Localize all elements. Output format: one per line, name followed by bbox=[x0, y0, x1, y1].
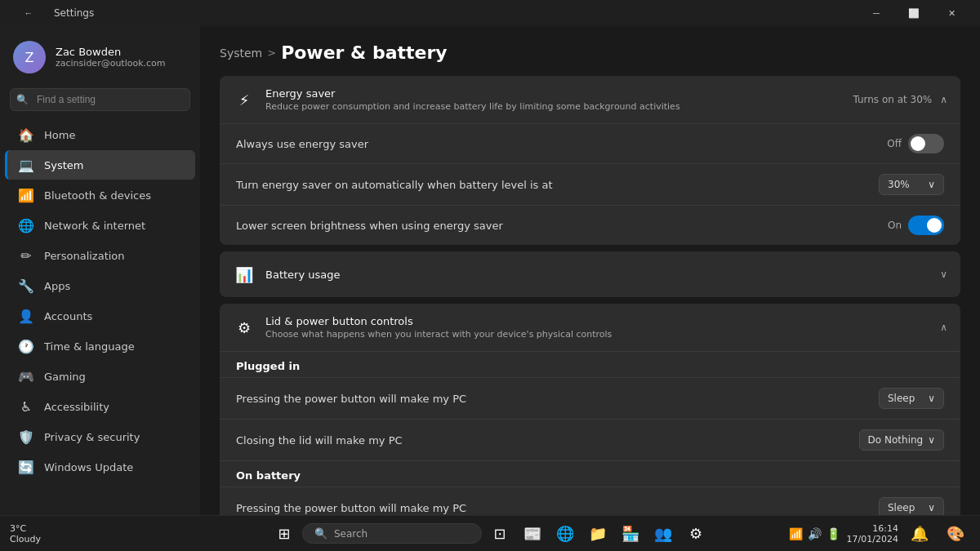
plugged-power-dropdown[interactable]: Sleep ∨ bbox=[879, 388, 944, 409]
sidebar-item-accessibility[interactable]: ♿ Accessibility bbox=[5, 392, 195, 421]
always-use-toggle-label: Off bbox=[887, 138, 902, 149]
weather-temp: 3°C bbox=[10, 523, 41, 534]
battery-usage-card: 📊 Battery usage ∨ bbox=[220, 251, 960, 297]
sidebar-item-gaming[interactable]: 🎮 Gaming bbox=[5, 362, 195, 391]
close-button[interactable]: ✕ bbox=[933, 0, 970, 26]
auto-energy-row: Turn energy saver on automatically when … bbox=[220, 163, 960, 205]
sidebar-item-home[interactable]: 🏠 Home bbox=[5, 120, 195, 149]
volume-icon[interactable]: 🔊 bbox=[808, 527, 822, 540]
lid-power-chevron: ∧ bbox=[940, 322, 947, 333]
update-icon: 🔄 bbox=[18, 459, 34, 475]
taskbar-search-text: Search bbox=[334, 528, 368, 540]
maximize-button[interactable]: ⬜ bbox=[895, 0, 933, 26]
plugged-power-control: Sleep ∨ bbox=[879, 388, 944, 409]
lid-power-subtitle: Choose what happens when you interact wi… bbox=[265, 329, 930, 340]
sidebar: Z Zac Bowden zacinsider@outlook.com 🔍 🏠 … bbox=[0, 26, 200, 515]
taskbar-search-icon: 🔍 bbox=[314, 527, 327, 540]
settings-button[interactable]: ⚙️ bbox=[681, 519, 710, 549]
teams-button[interactable]: 👥 bbox=[648, 519, 678, 549]
weather-desc: Cloudy bbox=[10, 534, 41, 544]
minimize-button[interactable]: ─ bbox=[858, 0, 895, 26]
time-icon: 🕐 bbox=[18, 338, 34, 354]
taskbar-right: 📶 🔊 🔋 16:14 17/01/2024 🔔 🎨 bbox=[789, 519, 970, 549]
personalization-label: Personalization bbox=[44, 250, 125, 262]
always-use-control: Off bbox=[887, 134, 944, 153]
battery-power-chevron: ∨ bbox=[928, 502, 935, 513]
taskbar-left: 3°C Cloudy bbox=[10, 523, 41, 544]
plugged-lid-row: Closing the lid will make my PC Do Nothi… bbox=[220, 419, 960, 460]
store-button[interactable]: 🏪 bbox=[616, 519, 645, 549]
network-icon: 🌐 bbox=[18, 217, 34, 233]
nav-list: 🏠 Home 💻 System 📶 Bluetooth & devices 🌐 … bbox=[0, 119, 200, 482]
lid-power-icon: ⚙️ bbox=[233, 316, 256, 339]
search-box: 🔍 bbox=[10, 88, 190, 111]
energy-saver-status-text: Turns on at 30% bbox=[853, 94, 932, 105]
sidebar-item-accounts[interactable]: 👤 Accounts bbox=[5, 301, 195, 331]
accounts-icon: 👤 bbox=[18, 308, 34, 324]
privacy-icon: 🛡️ bbox=[18, 429, 34, 445]
titlebar-controls: ─ ⬜ ✕ bbox=[858, 0, 970, 26]
battery-usage-header[interactable]: 📊 Battery usage ∨ bbox=[220, 251, 960, 297]
brightness-row: Lower screen brightness when using energ… bbox=[220, 205, 960, 245]
apps-icon: 🔧 bbox=[18, 278, 34, 294]
home-label: Home bbox=[44, 129, 75, 141]
battery-power-dropdown[interactable]: Sleep ∨ bbox=[879, 497, 944, 515]
brightness-label: Lower screen brightness when using energ… bbox=[236, 220, 878, 232]
accounts-label: Accounts bbox=[44, 310, 92, 322]
sidebar-item-time[interactable]: 🕐 Time & language bbox=[5, 331, 195, 361]
plugged-lid-label: Closing the lid will make my PC bbox=[236, 434, 849, 447]
energy-saver-header[interactable]: ⚡ Energy saver Reduce power consumption … bbox=[220, 76, 960, 123]
taskbar-search[interactable]: 🔍 Search bbox=[302, 523, 482, 544]
lid-power-header[interactable]: ⚙️ Lid & power button controls Choose wh… bbox=[220, 304, 960, 351]
profile-name: Zac Bowden bbox=[56, 46, 166, 58]
color-widget[interactable]: 🎨 bbox=[941, 519, 970, 549]
taskbar: 3°C Cloudy ⊞ 🔍 Search ⊡ 📰 🌐 📁 🏪 👥 ⚙️ 📶 🔊… bbox=[0, 515, 980, 551]
battery-usage-icon: 📊 bbox=[233, 263, 256, 286]
lid-power-chevron-wrap: ∧ bbox=[940, 322, 947, 333]
sidebar-item-network[interactable]: 🌐 Network & internet bbox=[5, 211, 195, 240]
time-display: 16:14 bbox=[872, 523, 898, 534]
lid-power-title: Lid & power button controls bbox=[265, 315, 930, 327]
battery-icon[interactable]: 🔋 bbox=[826, 527, 840, 540]
back-button[interactable]: ← bbox=[10, 0, 47, 26]
taskbar-time[interactable]: 16:14 17/01/2024 bbox=[847, 523, 898, 544]
search-icon: 🔍 bbox=[16, 94, 29, 105]
brightness-toggle-label: On bbox=[888, 220, 902, 231]
always-use-toggle[interactable] bbox=[908, 134, 944, 153]
app-body: Z Zac Bowden zacinsider@outlook.com 🔍 🏠 … bbox=[0, 26, 980, 515]
auto-energy-dropdown[interactable]: 30% ∨ bbox=[879, 174, 944, 195]
battery-usage-chevron-wrap: ∨ bbox=[940, 269, 947, 280]
brightness-toggle[interactable] bbox=[908, 216, 944, 235]
notification-icon[interactable]: 🔔 bbox=[905, 519, 934, 549]
plugged-lid-control: Do Nothing ∨ bbox=[859, 429, 944, 451]
battery-power-value: Sleep bbox=[888, 502, 915, 513]
sidebar-item-system[interactable]: 💻 System bbox=[5, 150, 195, 180]
taskview-button[interactable]: ⊡ bbox=[485, 519, 514, 549]
edge-button[interactable]: 🌐 bbox=[550, 519, 580, 549]
titlebar-left: ← Settings bbox=[10, 0, 94, 26]
auto-energy-value: 30% bbox=[888, 179, 910, 190]
bluetooth-label: Bluetooth & devices bbox=[44, 189, 151, 202]
plugged-lid-chevron: ∨ bbox=[928, 434, 935, 446]
sidebar-item-update[interactable]: 🔄 Windows Update bbox=[5, 452, 195, 482]
battery-usage-chevron: ∨ bbox=[940, 269, 947, 280]
sidebar-item-personalization[interactable]: ✏️ Personalization bbox=[5, 241, 195, 270]
sidebar-item-apps[interactable]: 🔧 Apps bbox=[5, 271, 195, 300]
system-icons: 📶 🔊 🔋 bbox=[789, 527, 840, 540]
start-button[interactable]: ⊞ bbox=[270, 519, 299, 549]
battery-power-control: Sleep ∨ bbox=[879, 497, 944, 515]
auto-energy-control: 30% ∨ bbox=[879, 174, 944, 195]
sidebar-item-bluetooth[interactable]: 📶 Bluetooth & devices bbox=[5, 180, 195, 210]
main-panel: System > Power & battery ⚡ Energy saver … bbox=[200, 26, 980, 515]
sidebar-item-privacy[interactable]: 🛡️ Privacy & security bbox=[5, 422, 195, 451]
network-icon[interactable]: 📶 bbox=[789, 527, 803, 540]
explorer-button[interactable]: 📁 bbox=[583, 519, 612, 549]
on-battery-label: On battery bbox=[220, 460, 960, 487]
auto-energy-chevron: ∨ bbox=[928, 179, 935, 190]
lid-power-title-group: Lid & power button controls Choose what … bbox=[265, 315, 930, 340]
energy-saver-title-group: Energy saver Reduce power consumption an… bbox=[265, 87, 843, 112]
network-label: Network & internet bbox=[44, 220, 145, 232]
search-input[interactable] bbox=[10, 88, 190, 111]
plugged-lid-dropdown[interactable]: Do Nothing ∨ bbox=[859, 429, 944, 451]
widgets-button[interactable]: 📰 bbox=[518, 519, 547, 549]
